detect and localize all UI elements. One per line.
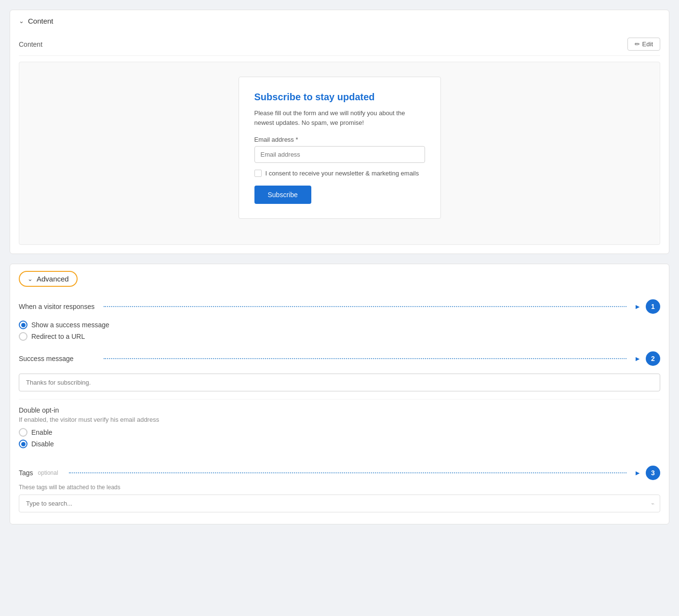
show-success-label: Show a success message (31, 321, 109, 329)
form-preview-description: Please fill out the form and we will not… (254, 108, 425, 127)
step-badge-3: 3 (646, 466, 660, 480)
arrow-icon-1: ► (634, 303, 641, 310)
redirect-url-radio[interactable] (19, 332, 27, 341)
preview-area: Subscribe to stay updated Please fill ou… (19, 62, 660, 245)
email-field-label: Email address * (254, 136, 425, 143)
visitor-response-row: When a visitor responses ► 1 (19, 294, 660, 318)
edit-button-label: Edit (642, 40, 653, 48)
content-section-header[interactable]: ⌄ Content (10, 10, 669, 32)
dotted-line-1 (104, 306, 626, 307)
subscribe-button[interactable]: Subscribe (254, 186, 311, 204)
content-section-body: Content ✏ Edit Subscribe to stay updated… (10, 32, 669, 254)
enable-optin-label: Enable (31, 429, 53, 436)
enable-optin-radio[interactable] (19, 428, 27, 437)
success-message-input[interactable] (19, 374, 660, 391)
step-badge-2: 2 (646, 351, 660, 366)
advanced-chevron-icon: ⌄ (27, 275, 33, 282)
advanced-section: ⌄ Advanced When a visitor responses ► 1 … (10, 264, 669, 524)
dotted-line-3 (69, 472, 627, 473)
tags-optional-label: optional (38, 469, 58, 476)
tags-field-row: Tags optional ► 3 (19, 460, 660, 484)
disable-optin-option[interactable]: Disable (19, 440, 660, 448)
arrow-icon-3: ► (634, 469, 641, 477)
success-message-label: Success message (19, 355, 96, 362)
disable-optin-label: Disable (31, 440, 54, 448)
consent-checkbox-row: I consent to receive your newsletter & m… (254, 170, 425, 177)
advanced-header[interactable]: ⌄ Advanced (19, 271, 78, 287)
content-row: Content ✏ Edit (19, 32, 660, 56)
advanced-section-title: Advanced (37, 275, 69, 283)
arrow-icon-2: ► (634, 355, 641, 362)
show-success-radio[interactable] (19, 321, 27, 329)
show-success-option[interactable]: Show a success message (19, 321, 660, 329)
email-preview-input[interactable] (254, 146, 425, 163)
double-optin-title: Double opt-in (19, 406, 660, 414)
redirect-url-option[interactable]: Redirect to a URL (19, 332, 660, 341)
double-optin-section: Double opt-in If enabled, the visitor mu… (19, 399, 660, 455)
enable-optin-option[interactable]: Enable (19, 428, 660, 437)
tags-search-wrapper: ⌁ (19, 495, 660, 512)
content-chevron-icon: ⌄ (19, 17, 24, 25)
consent-label: I consent to receive your newsletter & m… (266, 170, 419, 177)
dotted-line-2 (104, 358, 626, 359)
form-preview-title: Subscribe to stay updated (254, 92, 425, 103)
tags-description: These tags will be attached to the leads (19, 484, 660, 491)
content-section: ⌄ Content Content ✏ Edit Subscribe to st… (10, 10, 669, 254)
tags-search-input[interactable] (19, 495, 660, 512)
content-section-title: Content (28, 17, 53, 25)
disable-optin-radio[interactable] (19, 440, 27, 448)
edit-icon: ✏ (635, 40, 640, 48)
double-optin-desc: If enabled, the visitor must verify his … (19, 416, 660, 423)
edit-button[interactable]: ✏ Edit (627, 38, 660, 51)
consent-checkbox (254, 170, 262, 177)
step-badge-1: 1 (646, 299, 660, 314)
advanced-body: When a visitor responses ► 1 Show a succ… (10, 294, 669, 524)
content-label: Content (19, 40, 42, 48)
visitor-response-label: When a visitor responses (19, 303, 96, 310)
tags-label: Tags (19, 469, 33, 477)
redirect-url-label: Redirect to a URL (31, 333, 85, 340)
advanced-header-wrapper: ⌄ Advanced (10, 264, 669, 294)
success-message-row: Success message ► 2 (19, 346, 660, 370)
form-preview: Subscribe to stay updated Please fill ou… (239, 77, 441, 219)
